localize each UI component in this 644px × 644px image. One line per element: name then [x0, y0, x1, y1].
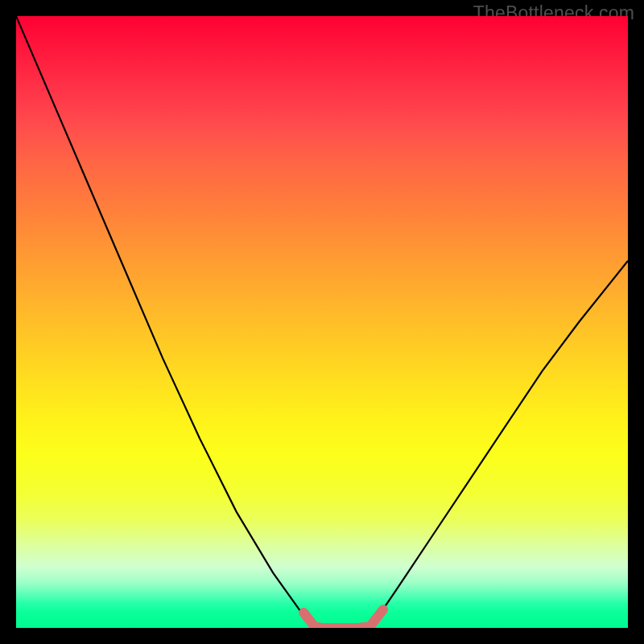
- bottleneck-curve: [16, 16, 628, 628]
- valley-highlight: [303, 609, 383, 628]
- curve-layer: [16, 16, 628, 628]
- curve-svg: [16, 16, 628, 628]
- chart-frame: TheBottleneck.com: [0, 0, 644, 644]
- plot-area: [16, 16, 628, 628]
